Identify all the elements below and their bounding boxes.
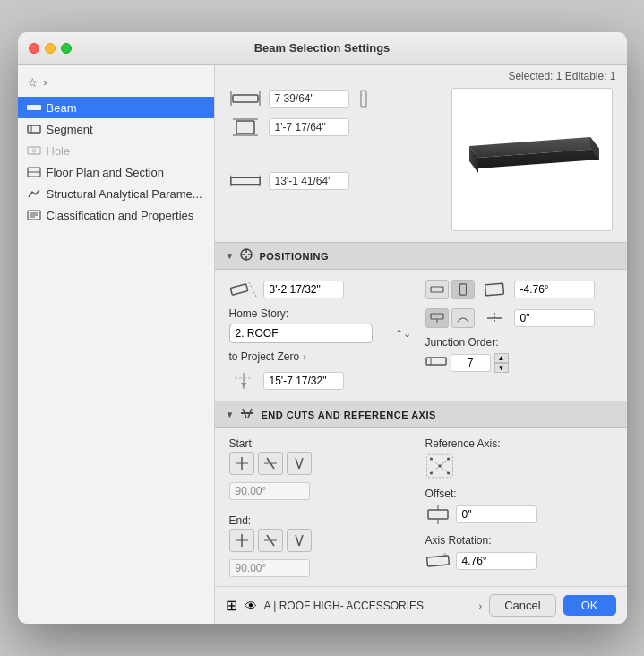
end-cut-btn-2[interactable] [258,529,283,552]
offset-label: Offset: [425,488,613,500]
endcuts-content: Start: [215,428,627,586]
width-arrow [356,89,371,108]
offset-bottom-icon [480,307,509,329]
svg-line-61 [299,535,303,546]
svg-rect-32 [230,284,247,295]
align-vertical-btn[interactable] [451,280,475,299]
home-story-row: Home Story: 2. ROOF ⌃⌄ [229,307,416,343]
align-horizontal-btn[interactable] [425,280,449,299]
cancel-button[interactable]: Cancel [489,594,555,617]
positioning-section-icon [239,247,253,264]
sidebar-item-segment[interactable]: Segment [18,118,214,140]
endcuts-title: END CUTS AND REFERENCE AXIS [261,410,435,420]
endcuts-collapse-icon[interactable]: ▼ [226,410,235,419]
svg-marker-35 [241,383,246,387]
project-zero-link[interactable]: to Project Zero [229,350,300,363]
offset-value[interactable]: 0" [456,505,537,523]
junction-down-button[interactable]: ▼ [494,363,509,373]
start-cut-btn-3[interactable] [287,452,312,475]
offset-top-btn[interactable] [425,308,449,328]
svg-rect-45 [426,358,446,365]
svg-rect-70 [428,510,448,519]
svg-line-55 [299,458,303,469]
home-story-select-wrapper: 2. ROOF ⌃⌄ [229,324,416,343]
svg-point-4 [32,149,36,152]
junction-up-button[interactable]: ▲ [494,353,509,363]
offset-bottom-value[interactable]: 0" [514,309,595,327]
rotation-angle-value[interactable]: -4.76° [514,281,595,298]
sidebar-item-structural[interactable]: Structural Analytical Parame... [18,183,214,204]
axis-rotation-icon: ° [425,548,451,574]
eye-icon[interactable]: 👁 [245,599,257,613]
home-story-select[interactable]: 2. ROOF [229,324,373,343]
project-zero-chevron-icon: › [303,351,306,362]
offset-arc-btn[interactable] [451,308,475,328]
floor-plan-icon [27,165,41,179]
ok-button[interactable]: OK [563,595,616,616]
width-dim-icon [229,88,262,109]
svg-rect-38 [459,284,466,295]
main-window: Beam Selection Settings ☆ › Beam [18,32,627,624]
beam-3d-preview [460,133,604,186]
svg-rect-16 [361,91,366,107]
sidebar-item-classification-label: Classification and Properties [47,209,194,222]
start-cut-btn-1[interactable] [229,452,254,475]
elevation-from-zero-row: 15'-7 17/32" [229,370,416,392]
start-cut-buttons [229,452,416,475]
beam-icon [27,100,41,115]
junction-order-section: Junction Order: 7 [425,336,613,373]
dim-row-width: 7 39/64" [229,88,442,109]
junction-icon [425,352,447,373]
svg-text:°: ° [500,281,502,289]
svg-rect-20 [230,177,259,184]
sidebar-item-floor-label: Floor Plan and Section [47,166,165,179]
junction-order-label: Junction Order: [425,336,613,349]
svg-line-60 [296,535,299,546]
angle-row: ° -4.76° [425,279,613,300]
positioning-collapse-icon[interactable]: ▼ [226,251,235,261]
start-cut-btn-2[interactable] [258,452,283,475]
selected-info: Selected: 1 Editable: 1 [508,70,615,82]
reference-axis-label: Reference Axis: [425,437,613,450]
hole-icon [27,143,41,158]
positioning-left: 3'-2 17/32" Home Story: 2. ROOF ⌃⌄ [229,279,416,392]
axis-rotation-row: ° 4.76° [425,548,613,574]
elevation-value[interactable]: 3'-2 17/32" [263,281,344,298]
junction-order-value[interactable]: 7 [451,354,491,372]
end-cut-btn-3[interactable] [287,529,312,552]
svg-rect-0 [27,105,41,110]
length-value: 13'-1 41/64" [269,172,349,190]
breadcrumb-chevron-icon: › [44,76,47,89]
length-dim-icon [229,170,262,192]
sidebar-item-floor-plan[interactable]: Floor Plan and Section [18,161,214,183]
height-value: 1'-7 17/64" [269,118,349,136]
dimensions-panel: 7 39/64" [229,88,442,192]
segment-icon [27,122,41,136]
svg-rect-1 [28,125,40,133]
layers-icon[interactable]: ⊞ [226,597,237,614]
preview-area: 7 39/64" [215,88,627,242]
minimize-button[interactable] [45,43,56,54]
sidebar: ☆ › Beam Segment [18,65,215,624]
layer-chevron-icon[interactable]: › [479,600,483,611]
offset-row: 0" [425,307,613,329]
positioning-section-header: ▼ POSITIONING [215,242,627,270]
maximize-button[interactable] [61,43,72,54]
sidebar-item-hole: Hole [18,140,214,161]
sidebar-item-beam[interactable]: Beam [18,97,214,118]
positioning-title: POSITIONING [259,251,329,262]
end-angle-input[interactable] [229,559,310,577]
select-arrow-icon: ⌃⌄ [395,328,411,340]
elevation-from-zero-value[interactable]: 15'-7 17/32" [263,372,344,390]
sidebar-item-classification[interactable]: Classification and Properties [18,204,214,226]
elevation-zero-icon [229,370,258,392]
start-label: Start: [229,437,416,450]
positioning-grid: 3'-2 17/32" Home Story: 2. ROOF ⌃⌄ [229,279,613,392]
favorites-icon[interactable]: ☆ [27,75,39,90]
close-button[interactable] [29,43,39,54]
content-area: Selected: 1 Editable: 1 [215,65,627,624]
start-angle-input[interactable] [229,482,310,500]
end-cut-btn-1[interactable] [229,529,254,552]
offset-icon [425,502,451,527]
axis-rotation-value[interactable]: 4.76° [456,552,537,570]
